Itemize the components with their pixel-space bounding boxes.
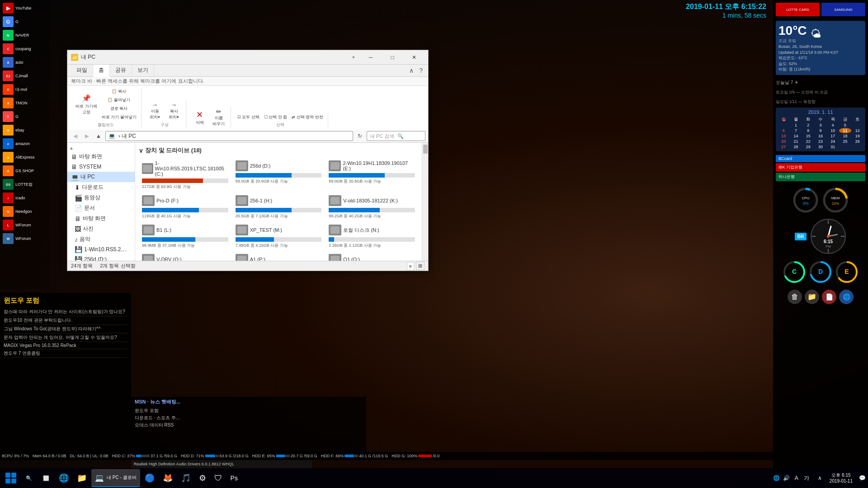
ibk-ad[interactable]: IBK 기업은행 (776, 163, 865, 172)
copy-to-button[interactable]: → 복사위치▾ (165, 100, 183, 121)
move-to-button[interactable]: → 이동위치▾ (146, 100, 164, 121)
search-field[interactable]: 내 PC 검색 🔍 (367, 131, 425, 141)
delete-button[interactable]: ✕ 삭제 (191, 107, 209, 128)
drive-item-n[interactable]: 로컬 디스크 (N:) 2.26GB 중 2.12GB 사용 가능 (326, 222, 418, 251)
tab-view[interactable]: 보기 (132, 65, 154, 76)
nav-item-video[interactable]: 🎬 동영상 (67, 192, 135, 203)
close-button[interactable]: ✕ (404, 51, 425, 64)
drive-item-k[interactable]: V-old-18305-181222 (K:) 99.2GB 중 40.2GB … (326, 193, 418, 221)
task-view-button[interactable]: ⬜ (38, 469, 54, 487)
bccard-ad[interactable]: BCcard (776, 155, 865, 162)
drive-item-l[interactable]: B1 (L:) 98.9MB 중 37.1MB 사용 가능 (139, 222, 231, 251)
nav-item-photos[interactable]: 🖼 사진 (67, 224, 135, 234)
sidebar-item-naver[interactable]: N NAVER (1, 29, 46, 42)
taskbar-explorer[interactable]: 💻 내 PC - 클로버 (91, 469, 140, 487)
tray-ime[interactable]: 가 (802, 474, 811, 482)
drive-item-d[interactable]: 256d (D:) 59.0GB 중 20.6GB 사용 가능 (232, 158, 325, 192)
sidebar-item-lottecard[interactable]: L WForum (1, 219, 46, 231)
nav-item-docs[interactable]: 📄 문서 (67, 203, 135, 213)
drive-item-o[interactable]: V-DRV (O:) 2.91GB 중 2.41GB 사용 가능 (139, 252, 231, 261)
forum-item-4[interactable]: MAGIX Vegas Pro 16.0.352 RePack (4, 342, 127, 349)
drive-item-h[interactable]: 256-1 (H:) 20.5GB 중 7.13GB 사용 가능 (232, 193, 325, 221)
nav-item-music[interactable]: ♪ 음악 (67, 234, 135, 244)
sidebar-item-youtube[interactable]: ▶ YouTube (1, 2, 46, 14)
maximize-button[interactable]: □ (382, 51, 403, 64)
taskbar-ie[interactable]: 🌐 (55, 469, 72, 487)
sidebar-item-cjmall[interactable]: CJ CJmall (1, 70, 46, 82)
nav-item-drive-d[interactable]: 💾 256d (D:) (67, 254, 135, 261)
samsung-ad[interactable]: SAMSUNG (821, 3, 865, 16)
drive-item-p[interactable]: A1 (P:) 99.9MB 중 38.1MB 사용 가능 (232, 252, 325, 261)
taskbar-ps[interactable]: Ps (227, 469, 241, 487)
taskbar-folder[interactable]: 📁 (73, 469, 90, 487)
rename-button[interactable]: ✏ 이름바꾸기 (210, 107, 228, 128)
cortana-button[interactable]: 🔍 (21, 469, 37, 487)
add-tab-button[interactable]: + (347, 51, 360, 64)
lotte-ad[interactable]: LOTTE CARD (776, 3, 820, 16)
pdf-icon[interactable]: 📄 (822, 290, 836, 304)
up-button[interactable]: ▲ (94, 131, 104, 141)
sidebar-item-autoup[interactable]: A auto (1, 56, 46, 69)
forum-item-0[interactable]: 잠스때 따라 켜러가다 안 켜러는 사이트(스트림링)가 었나요? (4, 308, 127, 316)
drive-item-m[interactable]: XP_TEST (M:) 7.49GB 중 4.15GB 사용 가능 (232, 222, 325, 251)
tab-home[interactable]: 홈 (93, 65, 110, 77)
help-button[interactable]: ? (417, 65, 425, 76)
taskbar-clock[interactable]: 오후 6:15 2019-01-11 (826, 472, 856, 484)
tray-volume[interactable]: 🔊 (783, 474, 791, 482)
sidebar-item-coupang[interactable]: C coupang (1, 42, 46, 55)
drive-item-f[interactable]: Pro-D (F:) 119GB 중 40.1G 사용 가능 (139, 193, 231, 221)
taskbar-tool[interactable]: ⚙ (195, 469, 210, 487)
taskbar-shield[interactable]: 🛡 (211, 469, 226, 487)
taskbar-firefox[interactable]: 🦊 (159, 469, 176, 487)
copy-path-button[interactable]: 경로 복사 (100, 105, 138, 113)
tray-network[interactable]: 🌐 (773, 474, 781, 482)
forum-item-5[interactable]: 켄도우 7 연중콤팅 (4, 349, 127, 358)
copy-button[interactable]: 📋 복사 (100, 88, 138, 95)
collapse-ribbon-button[interactable]: ∧ (407, 65, 415, 76)
detail-view-button[interactable]: ≡ (407, 262, 414, 270)
refresh-button[interactable]: ↻ (355, 131, 365, 141)
nav-item-desktop[interactable]: 🖥 바탕 화면 (67, 151, 135, 162)
invert-selection-button[interactable]: ⇌ 선택 영역 반전 (290, 113, 325, 121)
scroll-thumb[interactable] (423, 145, 428, 154)
sidebar-item-gmarket[interactable]: G ebay (1, 124, 46, 136)
pin-to-quick-access-button[interactable]: 📌 바로 가기에고정 (74, 88, 99, 121)
drive-item-q[interactable]: Q1 (Q:) 476GB 중 72.5GB 사용 가능 (326, 252, 418, 261)
nav-item-desktop2[interactable]: 🖥 바탕 화면 (67, 213, 135, 224)
taskbar-chrome[interactable]: 🔵 (141, 469, 158, 487)
tab-share[interactable]: 공유 (110, 65, 132, 76)
deselect-button[interactable]: ☐ 선택 안 함 (262, 113, 289, 121)
folder-icon-right[interactable]: 📁 (805, 290, 819, 304)
drive-item-c[interactable]: 1-Win10.RS5.2019.LTSC.181005 (C:) 217GB … (139, 158, 231, 192)
address-input[interactable]: 💻 › 내 PC (105, 131, 353, 141)
sidebar-item-tmon[interactable]: T G (1, 110, 46, 123)
taskbar-media[interactable]: 🎵 (177, 469, 194, 487)
select-all-button[interactable]: ☑ 모두 선택 (236, 113, 261, 121)
recycle-icon[interactable]: 🗑 (788, 290, 802, 304)
sidebar-item-winforum[interactable]: W WForum (1, 232, 46, 245)
sidebar-item-ebay[interactable]: e amazon (1, 137, 46, 150)
drive-item-e[interactable]: 2-Win10.19H1.18309.190107 (E:) 59.0GB 중 … (326, 158, 418, 192)
sidebar-item-daemol[interactable]: D 대·mol (1, 83, 46, 96)
tab-file[interactable]: 파일 (71, 65, 93, 76)
nav-item-mypc[interactable]: 💻 내 PC (67, 172, 135, 182)
sidebar-item-needgon[interactable]: N Needgon (1, 205, 46, 218)
nav-item-drive-c[interactable]: 💾 1-Win10.RS5.2… (67, 244, 135, 254)
forum-item-1[interactable]: 윈도우10 전에 관은 부탁드립니다. (4, 316, 127, 325)
sidebar-item-amazon[interactable]: a AliExpress (1, 151, 46, 164)
action-center[interactable]: 💬 (858, 474, 866, 482)
forum-item-3[interactable]: 문자 업력아 안되는 게 있어요. 어떻게 고칠 수 있을까요? (4, 333, 127, 342)
msn-item-1[interactable]: 다운로드 · 스포츠 주... (135, 414, 363, 422)
minimize-button[interactable]: ─ (360, 51, 381, 64)
sidebar-item-auction[interactable]: A TMON (1, 97, 46, 109)
scrollbar[interactable] (422, 143, 428, 261)
paste-button[interactable]: 📋 붙여넣기 (100, 96, 138, 104)
nav-item-system[interactable]: 🖥 SYSTEM (67, 162, 135, 172)
sidebar-item-google[interactable]: G G (1, 15, 46, 28)
sidebar-item-gsshp[interactable]: GS LOTTE컴 (1, 178, 46, 191)
start-button[interactable] (2, 469, 20, 487)
network-icon[interactable]: 🌐 (839, 290, 854, 304)
nav-item-downloads[interactable]: ⬇ 다운로드 (67, 182, 135, 192)
sidebar-item-icado[interactable]: i icado (1, 192, 46, 204)
paste-shortcut-button[interactable]: 바로 가기 붙여넣기 (100, 113, 138, 121)
